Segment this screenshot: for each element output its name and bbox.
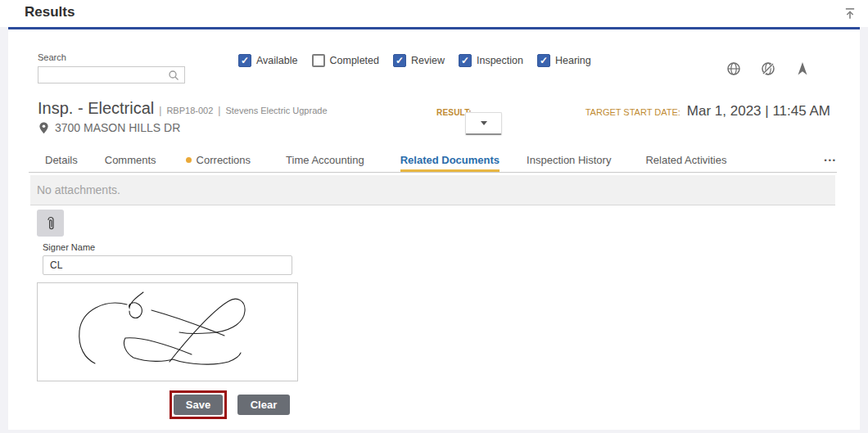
checkbox-review[interactable]: Review <box>393 54 445 67</box>
checkbox-inspection[interactable]: Inspection <box>459 54 523 67</box>
checkbox-review-label: Review <box>411 55 445 66</box>
tab-corrections[interactable]: Corrections <box>186 154 251 172</box>
page-header: Results <box>0 0 868 27</box>
record-header: Insp. - Electrical | RBP18-002 | Stevens… <box>38 99 328 118</box>
tab-related-documents[interactable]: Related Documents <box>400 154 500 172</box>
checkbox-available-label: Available <box>256 55 298 66</box>
clear-button[interactable]: Clear <box>237 395 290 415</box>
navigation-arrow-icon[interactable] <box>795 61 810 76</box>
checkbox-completed[interactable]: Completed <box>312 54 379 67</box>
separator: | <box>159 105 161 116</box>
record-address: 3700 MASON HILLS DR <box>55 121 180 134</box>
save-button[interactable]: Save <box>174 395 223 415</box>
more-tabs-button[interactable]: ••• <box>825 156 837 172</box>
target-start-row: TARGET START DATE: Mar 1, 2023 | 11:45 A… <box>585 103 830 120</box>
collapse-up-icon <box>843 7 857 20</box>
tab-related-activities[interactable]: Related Activities <box>645 154 726 172</box>
target-start-value: Mar 1, 2023 | 11:45 AM <box>687 103 830 120</box>
page-title: Results <box>25 4 75 20</box>
filter-checkbox-row: Available Completed Review Inspection He… <box>238 54 591 67</box>
record-title: Insp. - Electrical <box>38 99 154 118</box>
checkbox-completed-box[interactable] <box>312 54 325 67</box>
signer-name-label: Signer Name <box>43 242 95 252</box>
tab-comments[interactable]: Comments <box>105 154 156 172</box>
paperclip-icon <box>44 216 57 231</box>
tab-inspection-history[interactable]: Inspection History <box>527 154 611 172</box>
location-pin-icon <box>39 122 48 134</box>
no-attachments-message: No attachments. <box>37 183 120 196</box>
globe-off-icon[interactable] <box>761 61 775 76</box>
signature-canvas[interactable] <box>37 282 298 381</box>
checkbox-hearing-box[interactable] <box>537 54 550 67</box>
chevron-down-icon <box>481 121 487 125</box>
attach-file-button[interactable] <box>37 210 64 237</box>
tab-time-accounting[interactable]: Time Accounting <box>286 154 364 172</box>
signature-drawing <box>38 283 299 382</box>
address-row: 3700 MASON HILLS DR <box>39 121 180 134</box>
signer-name-input[interactable] <box>43 255 292 275</box>
tab-bar: Details Comments Corrections Time Accoun… <box>29 151 837 173</box>
map-icon-group <box>726 61 810 76</box>
search-box <box>38 66 185 83</box>
checkbox-completed-label: Completed <box>330 55 379 66</box>
record-name: Stevens Electric Ugprade <box>225 106 327 115</box>
checkbox-inspection-box[interactable] <box>459 54 472 67</box>
checkbox-hearing-label: Hearing <box>555 55 591 66</box>
save-button-highlight: Save <box>170 390 227 419</box>
target-start-label: TARGET START DATE: <box>585 107 680 117</box>
globe-icon[interactable] <box>726 61 741 76</box>
attachments-empty-band: No attachments. <box>30 175 835 205</box>
checkbox-available[interactable]: Available <box>238 54 298 67</box>
search-input[interactable] <box>38 67 168 83</box>
checkbox-available-box[interactable] <box>238 54 251 67</box>
collapse-panel-button[interactable] <box>843 7 857 20</box>
tab-details[interactable]: Details <box>45 154 78 172</box>
checkbox-hearing[interactable]: Hearing <box>537 54 591 67</box>
record-id: RBP18-002 <box>166 106 213 115</box>
results-panel: Search Available Completed Review Inspec… <box>8 29 860 430</box>
search-icon <box>168 70 180 82</box>
search-label: Search <box>38 52 66 62</box>
checkbox-inspection-label: Inspection <box>477 55 523 66</box>
checkbox-review-box[interactable] <box>393 54 406 67</box>
separator: | <box>218 105 220 116</box>
corrections-dot <box>186 157 192 163</box>
result-dropdown[interactable] <box>465 112 502 135</box>
